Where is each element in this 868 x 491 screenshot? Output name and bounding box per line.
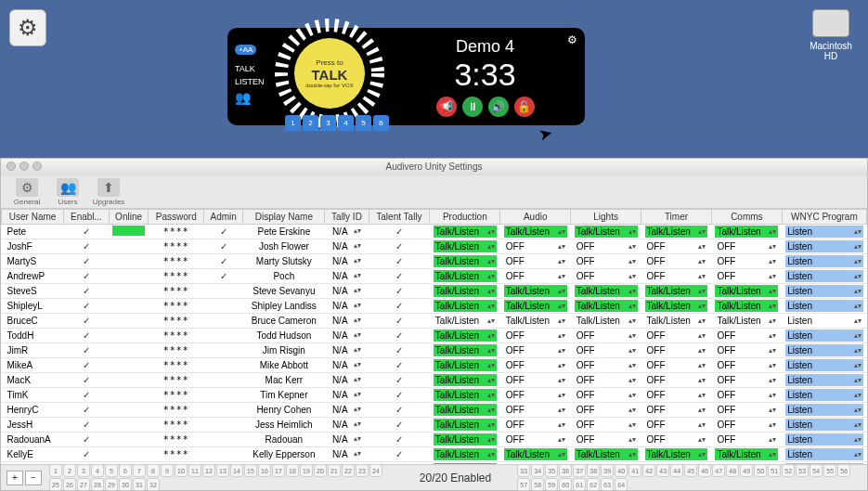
role-cell[interactable]: OFF▴▾ xyxy=(641,239,712,254)
password-cell[interactable]: **** xyxy=(149,433,204,447)
page-num-59[interactable]: 59 xyxy=(545,478,558,491)
talent-tally-checkbox[interactable]: ✓ xyxy=(369,388,430,403)
tally-id-cell[interactable]: N/A▴▾ xyxy=(325,284,369,299)
role-cell[interactable]: Talk/Listen▴▾ xyxy=(500,447,571,462)
role-cell[interactable]: OFF▴▾ xyxy=(641,358,712,373)
role-cell[interactable]: Listen▴▾ xyxy=(782,254,866,269)
password-cell[interactable]: **** xyxy=(149,418,204,433)
role-cell[interactable]: OFF▴▾ xyxy=(571,418,641,433)
role-cell[interactable]: OFF▴▾ xyxy=(711,329,782,343)
role-cell[interactable]: Talk/Listen▴▾ xyxy=(430,418,500,433)
role-cell[interactable]: OFF▴▾ xyxy=(641,329,712,343)
admin-checkbox[interactable] xyxy=(204,343,243,358)
role-cell[interactable]: Talk/Listen▴▾ xyxy=(430,388,500,403)
channel-tab-2[interactable]: 2 xyxy=(303,115,318,131)
role-cell[interactable]: Listen▴▾ xyxy=(782,403,866,418)
enabled-checkbox[interactable]: ✓ xyxy=(64,314,109,329)
role-cell[interactable]: OFF▴▾ xyxy=(571,433,641,447)
page-num-20[interactable]: 20 xyxy=(314,464,327,477)
col-header[interactable]: Password xyxy=(149,210,204,225)
talent-tally-checkbox[interactable]: ✓ xyxy=(369,314,430,329)
page-num-48[interactable]: 48 xyxy=(726,464,739,477)
col-header[interactable]: Audio xyxy=(500,210,571,225)
admin-checkbox[interactable] xyxy=(204,433,243,447)
role-cell[interactable]: OFF▴▾ xyxy=(500,239,571,254)
enabled-checkbox[interactable]: ✓ xyxy=(64,388,109,403)
admin-checkbox[interactable] xyxy=(204,314,243,329)
role-cell[interactable]: Talk/Listen▴▾ xyxy=(571,299,641,314)
tally-id-cell[interactable]: N/A▴▾ xyxy=(325,433,369,447)
role-cell[interactable]: Listen▴▾ xyxy=(782,329,866,343)
page-num-47[interactable]: 47 xyxy=(712,464,725,477)
tally-id-cell[interactable]: N/A▴▾ xyxy=(325,314,369,329)
col-header[interactable]: Admin xyxy=(204,210,243,225)
role-cell[interactable]: OFF▴▾ xyxy=(500,343,571,358)
page-num-15[interactable]: 15 xyxy=(244,464,257,477)
lock-icon[interactable]: 🔓 xyxy=(514,97,535,117)
username-cell[interactable]: AndrewP xyxy=(2,269,64,284)
display-name-cell[interactable]: Henry Cohen xyxy=(243,403,325,418)
role-cell[interactable]: OFF▴▾ xyxy=(641,343,712,358)
talent-tally-checkbox[interactable]: ✓ xyxy=(369,239,430,254)
role-cell[interactable]: OFF▴▾ xyxy=(571,373,641,388)
display-name-cell[interactable]: Steve Sevanyu xyxy=(243,284,325,299)
page-num-29[interactable]: 29 xyxy=(105,478,118,491)
table-row[interactable]: AndrewP✓****✓PochN/A▴▾✓Talk/Listen▴▾OFF▴… xyxy=(2,269,867,284)
password-cell[interactable]: **** xyxy=(149,447,204,462)
password-cell[interactable]: **** xyxy=(149,314,204,329)
enabled-checkbox[interactable]: ✓ xyxy=(64,239,109,254)
table-row[interactable]: ShipleyL✓****Shipley LandissN/A▴▾✓Talk/L… xyxy=(2,299,867,314)
col-header[interactable]: Talent Tally xyxy=(369,210,430,225)
page-num-10[interactable]: 10 xyxy=(175,464,188,477)
tally-id-cell[interactable]: N/A▴▾ xyxy=(325,388,369,403)
role-cell[interactable]: Talk/Listen▴▾ xyxy=(641,225,712,239)
page-num-33[interactable]: 33 xyxy=(517,464,530,477)
table-row[interactable]: MartyS✓****✓Marty SlutskyN/A▴▾✓Talk/List… xyxy=(2,254,867,269)
role-cell[interactable]: Listen▴▾ xyxy=(782,373,866,388)
table-row[interactable]: JimR✓****Jim RisginN/A▴▾✓Talk/Listen▴▾OF… xyxy=(2,343,867,358)
page-num-51[interactable]: 51 xyxy=(768,464,781,477)
channel-tab-1[interactable]: 1 xyxy=(285,115,301,131)
page-num-8[interactable]: 8 xyxy=(147,464,160,477)
enabled-checkbox[interactable]: ✓ xyxy=(64,329,109,343)
display-name-cell[interactable]: Jim Risgin xyxy=(243,343,325,358)
role-cell[interactable]: Talk/Listen▴▾ xyxy=(641,447,712,462)
role-cell[interactable]: OFF▴▾ xyxy=(711,358,782,373)
enabled-checkbox[interactable]: ✓ xyxy=(64,358,109,373)
talent-tally-checkbox[interactable]: ✓ xyxy=(369,418,430,433)
password-cell[interactable]: **** xyxy=(149,284,204,299)
table-row[interactable]: TimK✓****Tim KepnerN/A▴▾✓Talk/Listen▴▾OF… xyxy=(2,388,867,403)
page-num-22[interactable]: 22 xyxy=(342,464,355,477)
role-cell[interactable]: Talk/Listen▴▾ xyxy=(711,314,782,329)
enabled-checkbox[interactable]: ✓ xyxy=(64,225,109,239)
display-name-cell[interactable]: Radouan xyxy=(243,433,325,447)
talent-tally-checkbox[interactable]: ✓ xyxy=(369,433,430,447)
role-cell[interactable]: Talk/Listen▴▾ xyxy=(430,284,500,299)
enabled-checkbox[interactable]: ✓ xyxy=(64,447,109,462)
role-cell[interactable]: Talk/Listen▴▾ xyxy=(711,299,782,314)
page-num-28[interactable]: 28 xyxy=(91,478,104,491)
admin-checkbox[interactable] xyxy=(204,284,243,299)
role-cell[interactable]: Talk/Listen▴▾ xyxy=(500,314,571,329)
role-cell[interactable]: Talk/Listen▴▾ xyxy=(571,225,641,239)
password-cell[interactable]: **** xyxy=(149,358,204,373)
page-num-21[interactable]: 21 xyxy=(328,464,341,477)
page-num-45[interactable]: 45 xyxy=(684,464,697,477)
font-size-badge[interactable]: +AA xyxy=(235,45,256,55)
role-cell[interactable]: OFF▴▾ xyxy=(571,269,641,284)
admin-checkbox[interactable]: ✓ xyxy=(204,225,243,239)
page-num-6[interactable]: 6 xyxy=(119,464,132,477)
role-cell[interactable]: Talk/Listen▴▾ xyxy=(430,447,500,462)
role-cell[interactable]: OFF▴▾ xyxy=(641,269,712,284)
page-num-3[interactable]: 3 xyxy=(77,464,90,477)
role-cell[interactable]: OFF▴▾ xyxy=(711,239,782,254)
page-num-11[interactable]: 11 xyxy=(188,464,201,477)
role-cell[interactable]: Talk/Listen▴▾ xyxy=(571,447,641,462)
page-num-38[interactable]: 38 xyxy=(587,464,600,477)
channel-tab-4[interactable]: 4 xyxy=(338,115,354,131)
role-cell[interactable]: Talk/Listen▴▾ xyxy=(500,284,571,299)
admin-checkbox[interactable] xyxy=(204,358,243,373)
table-row[interactable]: JessH✓****Jess HeimlichN/A▴▾✓Talk/Listen… xyxy=(2,418,867,433)
page-num-31[interactable]: 31 xyxy=(133,478,146,491)
username-cell[interactable]: MartyS xyxy=(2,254,64,269)
